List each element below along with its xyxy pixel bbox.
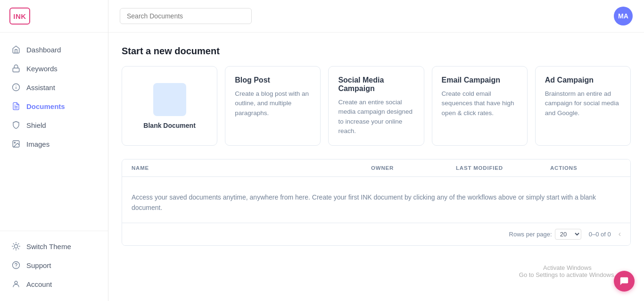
sidebar-item-dashboard-label: Dashboard: [26, 46, 61, 54]
images-icon: [11, 139, 21, 149]
ad-campaign-desc: Brainstorm an entire ad campaign for soc…: [545, 89, 621, 118]
support-label: Support: [26, 261, 51, 269]
app-logo[interactable]: INK: [9, 8, 30, 25]
svg-point-5: [14, 142, 15, 143]
blank-document-label: Blank Document: [143, 122, 195, 129]
email-campaign-card[interactable]: Email Campaign Create cold email sequenc…: [432, 66, 528, 146]
sidebar-bottom: Switch Theme Support Account: [0, 231, 108, 301]
pagination-prev-button[interactable]: ‹: [619, 230, 621, 238]
sidebar-item-shield-label: Shield: [26, 121, 46, 129]
chat-icon: [619, 276, 629, 286]
rows-per-page-label: Rows per page:: [509, 231, 552, 238]
support-icon: [11, 260, 21, 270]
ad-campaign-title: Ad Campaign: [545, 76, 621, 84]
account-icon: [11, 279, 21, 289]
topbar: MA: [108, 0, 644, 33]
sidebar-item-shield[interactable]: Shield: [0, 116, 108, 134]
blog-post-desc: Create a blog post with an outline, and …: [235, 89, 311, 118]
switch-theme-label: Switch Theme: [26, 242, 71, 251]
sidebar-item-support[interactable]: Support: [0, 256, 108, 275]
svg-point-6: [14, 244, 18, 248]
email-campaign-title: Email Campaign: [442, 76, 518, 84]
ad-campaign-card[interactable]: Ad Campaign Brainstorm an entire ad camp…: [535, 66, 631, 146]
account-label: Account: [26, 280, 52, 288]
blog-post-card[interactable]: Blog Post Create a blog post with an out…: [225, 66, 321, 146]
main-nav: Dashboard Keywords Assistant: [0, 33, 108, 231]
sidebar-item-documents-label: Documents: [26, 102, 65, 110]
email-campaign-desc: Create cold email sequences that have hi…: [442, 89, 518, 118]
sidebar-item-assistant-label: Assistant: [26, 84, 55, 92]
sidebar-item-keywords[interactable]: Keywords: [0, 59, 108, 78]
sidebar-item-keywords-label: Keywords: [26, 65, 58, 73]
table-footer: Rows per page: 20 50 100 0–0 of 0 ‹: [122, 223, 630, 245]
sidebar: INK Dashboard Keywords: [0, 0, 108, 301]
document-cards-row: Blank Document Blog Post Create a blog p…: [122, 66, 631, 146]
rows-per-page-select[interactable]: 20 50 100: [555, 229, 581, 240]
avatar[interactable]: MA: [614, 7, 633, 25]
col-actions: ACTIONS: [550, 165, 621, 171]
sidebar-item-switch-theme[interactable]: Switch Theme: [0, 237, 108, 256]
social-media-title: Social Media Campaign: [338, 76, 414, 93]
keywords-icon: [11, 64, 21, 73]
switch-theme-icon: [11, 242, 21, 251]
blank-thumb: [153, 83, 186, 116]
main-content: MA Start a new document Blank Document B…: [108, 0, 644, 301]
table-empty-message: Access your saved documents anytime, any…: [122, 177, 630, 223]
blank-document-card[interactable]: Blank Document: [122, 66, 217, 146]
col-name: NAME: [132, 165, 371, 171]
sidebar-item-account[interactable]: Account: [0, 275, 108, 293]
sidebar-item-documents[interactable]: Documents: [0, 97, 108, 116]
sidebar-item-dashboard[interactable]: Dashboard: [0, 40, 108, 59]
documents-icon: [11, 101, 21, 111]
shield-icon: [11, 120, 21, 130]
page-title: Start a new document: [122, 46, 631, 57]
content-area: Start a new document Blank Document Blog…: [108, 33, 644, 301]
documents-table: NAME OWNER LAST MODIFIED ACTIONS Access …: [122, 159, 631, 246]
svg-point-15: [13, 262, 20, 269]
svg-line-9: [13, 243, 14, 244]
social-media-card[interactable]: Social Media Campaign Create an entire s…: [328, 66, 424, 146]
social-media-desc: Create an entire social media campaign d…: [338, 98, 414, 136]
svg-line-13: [13, 249, 14, 249]
table-header: NAME OWNER LAST MODIFIED ACTIONS: [122, 159, 630, 177]
svg-rect-0: [13, 68, 19, 72]
col-last-modified: LAST MODIFIED: [456, 165, 550, 171]
sidebar-item-images-label: Images: [26, 140, 50, 148]
svg-line-14: [18, 243, 19, 244]
search-input[interactable]: [120, 8, 252, 24]
svg-line-10: [18, 249, 19, 249]
dashboard-icon: [11, 45, 21, 54]
chat-button[interactable]: [614, 271, 635, 292]
blog-post-title: Blog Post: [235, 76, 311, 84]
rows-per-page-control: Rows per page: 20 50 100: [509, 229, 581, 240]
svg-point-17: [15, 281, 17, 284]
assistant-icon: [11, 83, 21, 92]
pagination-info: 0–0 of 0: [589, 231, 611, 238]
sidebar-item-images[interactable]: Images: [0, 134, 108, 153]
logo-area: INK: [0, 0, 108, 33]
col-owner: OWNER: [371, 165, 456, 171]
sidebar-item-assistant[interactable]: Assistant: [0, 78, 108, 97]
